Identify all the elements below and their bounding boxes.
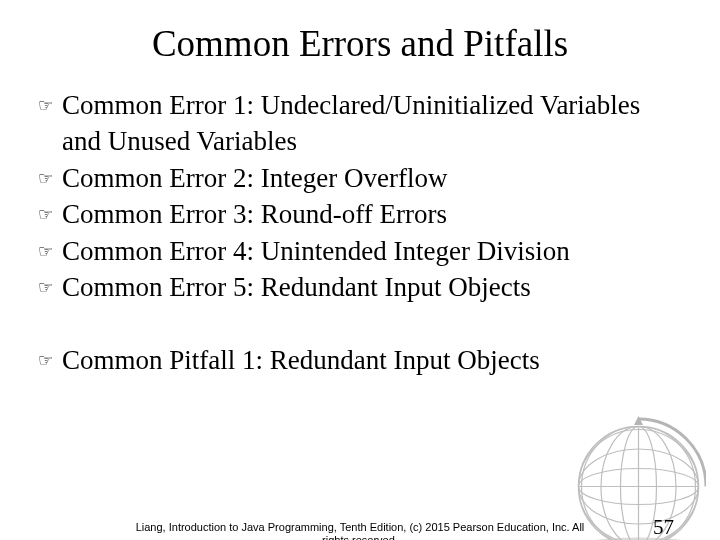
list-item: ☞ Common Error 3: Round-off Errors [38, 196, 686, 232]
footer-line: rights reserved. [322, 534, 398, 540]
pointing-hand-icon: ☞ [38, 241, 53, 264]
bullet-text: Common Error 3: Round-off Errors [62, 199, 447, 229]
bullet-text: Common Error 4: Unintended Integer Divis… [62, 236, 570, 266]
footer-citation: Liang, Introduction to Java Programming,… [0, 521, 720, 541]
list-item: ☞ Common Pitfall 1: Redundant Input Obje… [38, 342, 686, 378]
list-item: ☞ Common Error 2: Integer Overflow [38, 160, 686, 196]
list-item: ☞ Common Error 5: Redundant Input Object… [38, 269, 686, 305]
pointing-hand-icon: ☞ [38, 350, 53, 373]
footer-line: Liang, Introduction to Java Programming,… [136, 521, 585, 533]
slide: Common Errors and Pitfalls ☞ Common Erro… [0, 22, 720, 540]
pointing-hand-icon: ☞ [38, 95, 53, 118]
pointing-hand-icon: ☞ [38, 204, 53, 227]
svg-point-3 [579, 469, 699, 505]
bullet-text: Common Error 2: Integer Overflow [62, 163, 447, 193]
slide-title: Common Errors and Pitfalls [0, 22, 720, 65]
list-item: ☞ Common Error 1: Undeclared/Uninitializ… [38, 87, 686, 160]
pointing-hand-icon: ☞ [38, 168, 53, 191]
list-item: ☞ Common Error 4: Unintended Integer Div… [38, 233, 686, 269]
bullet-text: Common Pitfall 1: Redundant Input Object… [62, 345, 540, 375]
bullet-text: Common Error 1: Undeclared/Uninitialized… [62, 90, 640, 156]
bullet-text: Common Error 5: Redundant Input Objects [62, 272, 531, 302]
page-number: 57 [653, 515, 674, 540]
svg-point-4 [579, 449, 699, 524]
pointing-hand-icon: ☞ [38, 277, 53, 300]
slide-body: ☞ Common Error 1: Undeclared/Uninitializ… [0, 87, 720, 378]
